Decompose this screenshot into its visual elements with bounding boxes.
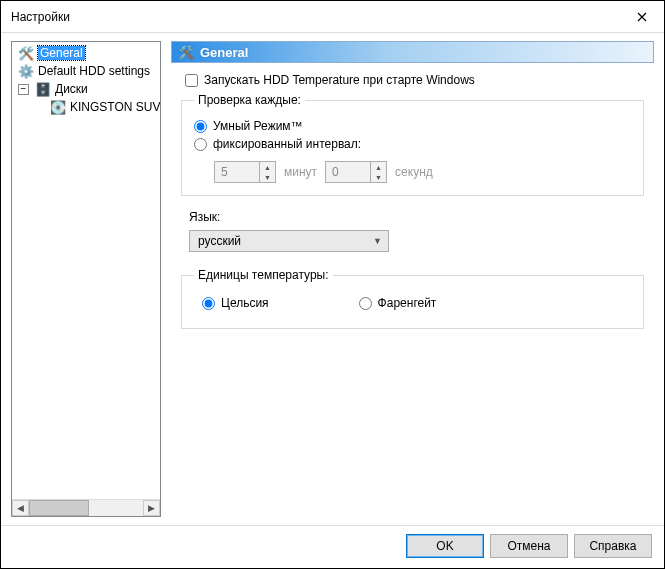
hdd-icon: 💽 bbox=[50, 99, 66, 115]
gear-icon: ⚙️ bbox=[18, 63, 34, 79]
startup-checkbox-label: Запускать HDD Temperature при старте Win… bbox=[204, 73, 475, 87]
language-selected: русский bbox=[198, 234, 241, 248]
seconds-spinner[interactable]: ▲ ▼ bbox=[325, 161, 387, 183]
language-label: Язык: bbox=[189, 210, 646, 224]
banner-title: General bbox=[200, 45, 248, 60]
panel-banner: 🛠️ General bbox=[171, 41, 654, 63]
celsius-radio[interactable] bbox=[202, 297, 215, 310]
interval-inputs: ▲ ▼ минут ▲ ▼ секунд bbox=[214, 161, 631, 183]
collapse-icon[interactable]: − bbox=[18, 84, 29, 95]
tree-hscrollbar[interactable]: ◀ ▶ bbox=[12, 499, 160, 516]
celsius-row[interactable]: Цельсия bbox=[202, 296, 269, 310]
scroll-thumb[interactable] bbox=[29, 500, 89, 516]
check-interval-group: Проверка каждые: Умный Режим™ фиксирован… bbox=[181, 93, 644, 196]
window-title: Настройки bbox=[11, 10, 70, 24]
minutes-up-button[interactable]: ▲ bbox=[260, 162, 275, 172]
tree-item-disks[interactable]: − 🗄️ Диски bbox=[14, 80, 160, 98]
button-bar: OK Отмена Справка bbox=[1, 525, 664, 568]
disk-group-icon: 🗄️ bbox=[35, 81, 51, 97]
temp-units-legend: Единицы температуры: bbox=[194, 268, 333, 282]
fahrenheit-label: Фаренгейт bbox=[378, 296, 437, 310]
chevron-down-icon: ▼ bbox=[373, 236, 382, 246]
fahrenheit-row[interactable]: Фаренгейт bbox=[359, 296, 437, 310]
minutes-input[interactable] bbox=[215, 162, 259, 182]
help-button[interactable]: Справка bbox=[574, 534, 652, 558]
temp-units-group: Единицы температуры: Цельсия Фаренгейт bbox=[181, 268, 644, 329]
tree-label: Default HDD settings bbox=[38, 64, 150, 78]
tree-item-default-hdd[interactable]: ⚙️ Default HDD settings bbox=[14, 62, 160, 80]
fahrenheit-radio[interactable] bbox=[359, 297, 372, 310]
content-area: 🛠️ General ⚙️ Default HDD settings − 🗄️ … bbox=[1, 33, 664, 525]
tree-panel: 🛠️ General ⚙️ Default HDD settings − 🗄️ … bbox=[11, 41, 161, 517]
smart-mode-row[interactable]: Умный Режим™ bbox=[194, 119, 631, 133]
minutes-spinner[interactable]: ▲ ▼ bbox=[214, 161, 276, 183]
scroll-left-button[interactable]: ◀ bbox=[12, 500, 29, 516]
fixed-interval-label: фиксированный интервал: bbox=[213, 137, 361, 151]
scroll-track[interactable] bbox=[29, 500, 143, 516]
main-panel: 🛠️ General Запускать HDD Temperature при… bbox=[171, 41, 654, 517]
seconds-down-button[interactable]: ▼ bbox=[371, 172, 386, 182]
ok-button[interactable]: OK bbox=[406, 534, 484, 558]
close-button[interactable] bbox=[619, 1, 664, 32]
tree-body: 🛠️ General ⚙️ Default HDD settings − 🗄️ … bbox=[12, 42, 160, 499]
seconds-unit-label: секунд bbox=[395, 165, 433, 179]
titlebar: Настройки bbox=[1, 1, 664, 33]
tree-item-general[interactable]: 🛠️ General bbox=[14, 44, 160, 62]
tree-label: General bbox=[38, 46, 85, 60]
fixed-interval-radio[interactable] bbox=[194, 138, 207, 151]
startup-checkbox-row[interactable]: Запускать HDD Temperature при старте Win… bbox=[185, 73, 646, 87]
temp-units-radios: Цельсия Фаренгейт bbox=[194, 290, 631, 316]
check-interval-legend: Проверка каждые: bbox=[194, 93, 305, 107]
language-combo[interactable]: русский ▼ bbox=[189, 230, 389, 252]
panel-content: Запускать HDD Temperature при старте Win… bbox=[171, 63, 654, 347]
scroll-right-button[interactable]: ▶ bbox=[143, 500, 160, 516]
seconds-up-button[interactable]: ▲ bbox=[371, 162, 386, 172]
startup-checkbox[interactable] bbox=[185, 74, 198, 87]
banner-icon: 🛠️ bbox=[178, 45, 194, 60]
smart-mode-label: Умный Режим™ bbox=[213, 119, 303, 133]
fixed-interval-row[interactable]: фиксированный интервал: bbox=[194, 137, 631, 151]
tree-label: KINGSTON SUV bbox=[70, 100, 160, 114]
wrench-icon: 🛠️ bbox=[18, 45, 34, 61]
celsius-label: Цельсия bbox=[221, 296, 269, 310]
smart-mode-radio[interactable] bbox=[194, 120, 207, 133]
cancel-button[interactable]: Отмена bbox=[490, 534, 568, 558]
seconds-input[interactable] bbox=[326, 162, 370, 182]
minutes-down-button[interactable]: ▼ bbox=[260, 172, 275, 182]
tree-label: Диски bbox=[55, 82, 88, 96]
settings-window: Настройки 🛠️ General ⚙️ Default HDD sett… bbox=[0, 0, 665, 569]
tree-item-kingston[interactable]: 💽 KINGSTON SUV bbox=[14, 98, 160, 116]
close-icon bbox=[637, 12, 647, 22]
minutes-unit-label: минут bbox=[284, 165, 317, 179]
